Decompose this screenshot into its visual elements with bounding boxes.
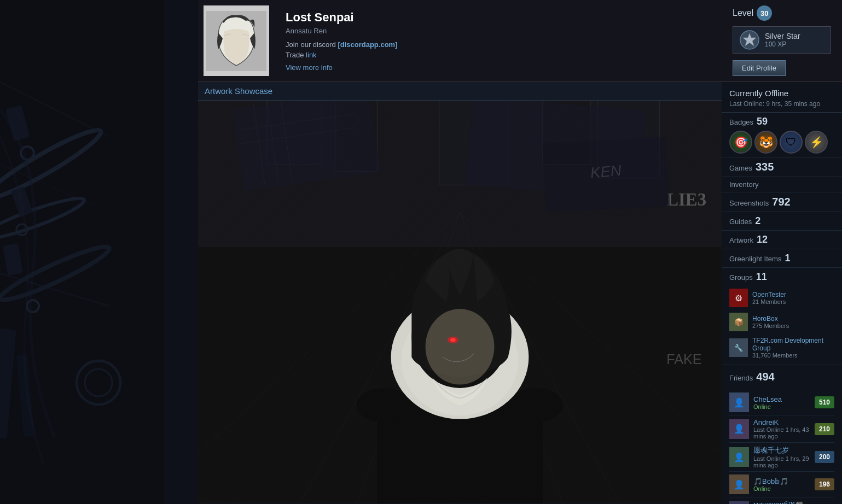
- trade-text: Trade: [286, 51, 304, 59]
- group-name-0: OpenTester: [752, 291, 786, 298]
- badges-count: 59: [757, 116, 768, 127]
- discord-text: Join our discord: [286, 40, 336, 49]
- inventory-stat-row: Inventory: [729, 180, 834, 189]
- level-section: Level 30 Silver Star 100 XP Edit Profile: [722, 0, 842, 81]
- artwork-stat-count: 12: [757, 234, 768, 245]
- badge-2[interactable]: 🐯: [754, 131, 777, 154]
- badge-label: Silver Star: [765, 32, 800, 40]
- guides-block: Guides 2: [722, 212, 842, 231]
- friend-name-2: 愿魂千七岁: [753, 446, 810, 455]
- content-area: Artwork Showcase: [198, 82, 842, 504]
- silver-star-icon: [740, 30, 759, 50]
- games-count: 335: [756, 161, 774, 173]
- status-section: Currently Offline Last Online: 9 hrs, 35…: [722, 82, 842, 113]
- friend-info-3: 🎵Bob𝕓🎵 Online: [753, 477, 810, 492]
- artwork-section: Artwork Showcase: [198, 82, 722, 504]
- friend-badge-2: 200: [815, 451, 834, 463]
- friend-item-1[interactable]: 👤 AndreiK Last Online 1 hrs, 43 mins ago…: [729, 415, 834, 443]
- group-info-2: TF2R.com Development Group 31,760 Member…: [752, 337, 834, 359]
- greenlight-count: 1: [785, 253, 790, 264]
- main-container: Lost Senpai Annsatu Ren Join our discord…: [198, 0, 842, 504]
- friend-name-1: AndreiK: [753, 418, 810, 426]
- groups-stat-row: Groups 11: [729, 271, 834, 283]
- avatar: [204, 5, 269, 76]
- greenlight-label: Greenlight Items: [729, 255, 781, 263]
- friends-label: Friends: [729, 374, 753, 382]
- games-stat-row: Games 335: [729, 161, 834, 173]
- friend-info-1: AndreiK Last Online 1 hrs, 43 mins ago: [753, 418, 810, 439]
- level-label: Level: [733, 8, 753, 18]
- bg-svg: [0, 0, 198, 504]
- level-number: 30: [757, 5, 772, 21]
- svg-rect-62: [543, 137, 670, 213]
- badges-block: Badges 59 🎯 🐯 🛡 ⚡: [722, 113, 842, 157]
- last-online: Last Online: 9 hrs, 35 mins ago: [729, 100, 834, 108]
- badge-3[interactable]: 🛡: [780, 131, 803, 154]
- friend-item-3[interactable]: 👤 🎵Bob𝕓🎵 Online 196: [729, 472, 834, 497]
- friend-item-4[interactable]: WU мишаиеиб™🎮 Last Online 2 days ago 185: [729, 497, 834, 504]
- friend-name-3: 🎵Bob𝕓🎵: [753, 477, 810, 485]
- friend-info-4: мишаиеиб™🎮 Last Online 2 days ago: [753, 500, 810, 504]
- games-block: Games 335: [722, 157, 842, 177]
- profile-header: Lost Senpai Annsatu Ren Join our discord…: [198, 0, 842, 82]
- group-icon-2: 🔧: [729, 338, 748, 357]
- friend-item-2[interactable]: 👤 愿魂千七岁 Last Online 1 hrs, 29 mins ago 2…: [729, 443, 834, 472]
- screenshots-block: Screenshots 792: [722, 192, 842, 212]
- artwork-svg: KEN LIE3 FAKE: [198, 101, 722, 503]
- trade-link[interactable]: link: [306, 51, 317, 59]
- silver-star-row: Silver Star 100 XP: [733, 26, 831, 54]
- silver-star-info: Silver Star 100 XP: [765, 32, 800, 48]
- level-badge: Level 30: [733, 5, 772, 21]
- badge-4[interactable]: ⚡: [805, 131, 828, 154]
- badge-xp: 100 XP: [765, 40, 800, 48]
- artwork-stat-block: Artwork 12: [722, 231, 842, 249]
- group-info-0: OpenTester 21 Members: [752, 291, 786, 305]
- group-icon-0: ⚙: [729, 289, 748, 307]
- discord-line: Join our discord [discordapp.com]: [286, 40, 711, 49]
- group-item-2[interactable]: 🔧 TF2R.com Development Group 31,760 Memb…: [729, 334, 834, 361]
- artwork-stat-label: Artwork: [729, 236, 753, 244]
- friend-info-2: 愿魂千七岁 Last Online 1 hrs, 29 mins ago: [753, 446, 810, 468]
- greenlight-block: Greenlight Items 1: [722, 249, 842, 268]
- real-name: Annsatu Ren: [286, 27, 711, 35]
- groups-section: Groups 11 ⚙ OpenTester 21 Members 📦 Horo…: [722, 268, 842, 365]
- greenlight-stat-row: Greenlight Items 1: [729, 253, 834, 264]
- friend-avatar-2: 👤: [729, 447, 749, 467]
- friend-status-2: Last Online 1 hrs, 29 mins ago: [753, 455, 810, 468]
- friend-badge-3: 196: [815, 478, 834, 490]
- friends-stat-row: Friends 494: [729, 368, 834, 385]
- friend-avatar-1: 👤: [729, 419, 749, 439]
- group-item-0[interactable]: ⚙ OpenTester 21 Members: [729, 286, 834, 310]
- artwork-stat-row: Artwork 12: [729, 234, 834, 245]
- groups-label: Groups: [729, 273, 753, 282]
- badges-stat-row: Badges 59: [729, 116, 834, 127]
- group-name-2: TF2R.com Development Group: [752, 337, 834, 352]
- edit-profile-button[interactable]: Edit Profile: [733, 60, 786, 76]
- group-info-1: HoroBox 275 Members: [752, 315, 789, 329]
- group-members-1: 275 Members: [752, 323, 789, 329]
- trade-line: Trade link: [286, 51, 711, 59]
- group-item-1[interactable]: 📦 HoroBox 275 Members: [729, 310, 834, 334]
- friend-item-0[interactable]: 👤 CheLsea Online 510: [729, 390, 834, 415]
- discord-link[interactable]: [discordapp.com]: [338, 40, 397, 49]
- badges-icons-row: 🎯 🐯 🛡 ⚡: [729, 131, 834, 154]
- profile-info: Lost Senpai Annsatu Ren Join our discord…: [275, 0, 722, 81]
- view-more-link[interactable]: View more info: [286, 63, 711, 72]
- guides-label: Guides: [729, 218, 752, 226]
- group-members-2: 31,760 Members: [752, 352, 834, 359]
- friend-info-0: CheLsea Online: [753, 395, 810, 410]
- friend-avatar-4: WU: [729, 501, 749, 505]
- friend-badge-1: 210: [815, 423, 834, 435]
- guides-stat-row: Guides 2: [729, 215, 834, 227]
- friends-section: Friends 494 👤 CheLsea Online 510 👤 Andre…: [722, 365, 842, 504]
- screenshots-count: 792: [772, 196, 790, 208]
- screenshots-label: Screenshots: [729, 199, 769, 207]
- username: Lost Senpai: [286, 10, 711, 25]
- friend-status-1: Last Online 1 hrs, 43 mins ago: [753, 426, 810, 439]
- inventory-label: Inventory: [729, 180, 758, 189]
- games-label: Games: [729, 164, 752, 172]
- badge-1[interactable]: 🎯: [729, 131, 752, 154]
- right-sidebar: Currently Offline Last Online: 9 hrs, 35…: [722, 82, 842, 504]
- guides-count: 2: [755, 215, 760, 227]
- friend-avatar-0: 👤: [729, 392, 749, 412]
